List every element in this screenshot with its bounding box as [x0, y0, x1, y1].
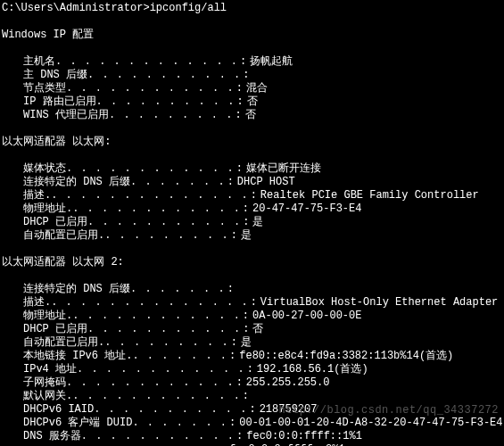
dots: . . . . . . . . . . [96, 95, 235, 109]
config-row: DHCPv6 客户端 DUID . . . . . . . :00-01-00-… [2, 417, 504, 430]
config-row: 本地链接 IPv6 地址. . . . . . . . :fe80::e8c4:… [2, 350, 504, 363]
config-row: DNS 服务器 . . . . . . . . . . . :fec0:0:0:… [2, 430, 504, 443]
field-label: 节点类型 [23, 82, 66, 95]
field-label: 物理地址. [23, 310, 72, 323]
config-row: 主 DNS 后缀. . . . . . . . . . . : [2, 69, 504, 82]
field-value: 00-01-00-01-20-4D-A8-32-20-47-47-75-F3-E… [239, 417, 502, 430]
field-value: 是 [241, 336, 252, 350]
dots: . . . . . . . . . . . . [66, 376, 235, 390]
field-label: 描述. [23, 189, 51, 202]
dots: . . . . . . . . . [109, 109, 233, 122]
config-row: DHCP 已启用 . . . . . . . . . . . :否 [2, 323, 504, 336]
config-row: 连接特定的 DNS 后缀 . . . . . . . :DHCP HOST [2, 176, 504, 189]
field-label: 主机名 [23, 55, 55, 69]
dots: . . . . . . . . . . . . [72, 390, 241, 403]
field-value: fec0:0:0:ffff::1%1 [246, 430, 362, 443]
dots: . . . . . . . . . . . [94, 403, 247, 417]
field-label: 媒体状态 [23, 162, 66, 176]
field-label: 自动配置已启用. [23, 336, 104, 350]
field-value: VirtualBox Host-Only Ethernet Adapter [260, 296, 498, 310]
dots: . . . . . . . [132, 417, 227, 430]
field-value: 192.168.56.1(首选) [257, 363, 368, 376]
config-row: IPv4 地址 . . . . . . . . . . . . :192.168… [2, 363, 504, 376]
field-value: 媒体已断开连接 [246, 162, 321, 176]
field-label: DHCPv6 IAID [23, 403, 94, 417]
dots: . . . . . . . . . . . . [66, 82, 235, 95]
adapter2-title: 以太网适配器 以太网 2: [2, 256, 504, 269]
config-row: 主机名 . . . . . . . . . . . . . :扬帆起航 [2, 55, 504, 69]
adapter1-title: 以太网适配器 以太网: [2, 136, 504, 149]
header-line: Windows IP 配置 [2, 29, 504, 42]
field-label: 描述. [23, 296, 51, 310]
dots: . . . . . . . [130, 176, 226, 189]
field-value: 否 [252, 323, 263, 336]
field-label: WINS 代理已启用 [23, 109, 109, 122]
dots: . . . . . . . . . . . [87, 216, 241, 229]
field-value: DHCP HOST [237, 176, 295, 189]
config-row: 物理地址. . . . . . . . . . . . . :20-47-47-… [2, 202, 504, 216]
config-row: 子网掩码 . . . . . . . . . . . . :255.255.25… [2, 376, 504, 390]
field-value: fe80::e8c4:fd9a:3382:113b%14(首选) [239, 350, 453, 363]
field-value: 是 [241, 229, 252, 243]
field-label: 本地链接 IPv6 地址. [23, 350, 132, 363]
config-row: 描述. . . . . . . . . . . . . . . :Virtual… [2, 296, 504, 310]
config-row: 连接特定的 DNS 后缀 . . . . . . . : [2, 283, 504, 296]
field-label: IPv4 地址 [23, 363, 77, 376]
dots: . . . . . . . [132, 350, 227, 363]
field-label: 默认网关. [23, 390, 72, 403]
terminal-output: C:\Users\Administrator>ipconfig/all Wind… [0, 0, 504, 446]
config-row: DHCP 已启用 . . . . . . . . . . . :是 [2, 216, 504, 229]
config-row: 节点类型 . . . . . . . . . . . . :混合 [2, 82, 504, 95]
config-row: IP 路由已启用 . . . . . . . . . . :否 [2, 95, 504, 109]
field-label: DHCPv6 客户端 DUID [23, 417, 132, 430]
dots: . . . . . . . . . . . . . [55, 55, 238, 69]
field-value: 否 [247, 95, 258, 109]
field-value: 是 [252, 216, 263, 229]
field-value: 20-47-47-75-F3-E4 [252, 202, 361, 216]
field-label: 连接特定的 DNS 后缀 [23, 283, 130, 296]
field-value: Realtek PCIe GBE Family Controller [260, 189, 479, 202]
field-label: 物理地址. [23, 202, 72, 216]
field-label: IP 路由已启用 [23, 95, 96, 109]
config-row: 自动配置已启用. . . . . . . . . . :是 [2, 336, 504, 350]
dots: . . . . . . . . . . . . . . [51, 189, 248, 202]
watermark: http://blog.csdn.net/qq_34337272 [279, 404, 499, 417]
config-row: 默认网关. . . . . . . . . . . . . : [2, 390, 504, 403]
field-label: 自动配置已启用. [23, 229, 104, 243]
field-value: 混合 [246, 82, 268, 95]
dots: . . . . . . . . . . . . . . [51, 296, 248, 310]
field-label: DHCP 已启用 [23, 216, 87, 229]
dots: . . . . . . . [130, 283, 226, 296]
field-label: 子网掩码 [23, 376, 66, 390]
field-value: 否 [245, 109, 256, 122]
dots: . . . . . . . . . . . . [72, 202, 241, 216]
config-row: 自动配置已启用. . . . . . . . . . :是 [2, 229, 504, 243]
field-label: DHCP 已启用 [23, 323, 87, 336]
dots: . . . . . . . . . . . [81, 430, 235, 443]
config-row: WINS 代理已启用 . . . . . . . . . :否 [2, 109, 504, 122]
config-row: 物理地址. . . . . . . . . . . . . :0A-00-27-… [2, 310, 504, 323]
dots: . . . . . . . . . . . [87, 69, 241, 82]
dots: . . . . . . . . . . . [87, 323, 241, 336]
dots: . . . . . . . . . [104, 229, 228, 243]
field-label: 主 DNS 后缀 [23, 69, 87, 82]
config-row: 媒体状态 . . . . . . . . . . . . :媒体已断开连接 [2, 162, 504, 176]
field-value: 255.255.255.0 [246, 376, 330, 390]
dots: . . . . . . . . . . . . [66, 162, 235, 176]
field-value: 0A-00-27-00-00-0E [252, 310, 361, 323]
dots: . . . . . . . . . [104, 336, 228, 350]
config-row: 描述. . . . . . . . . . . . . . . :Realtek… [2, 189, 504, 202]
command-line: C:\Users\Administrator>ipconfig/all [2, 2, 504, 15]
dots: . . . . . . . . . . . . [77, 363, 245, 376]
dots: . . . . . . . . . . . . [72, 310, 241, 323]
field-label: 连接特定的 DNS 后缀 [23, 176, 130, 189]
field-value: 扬帆起航 [250, 55, 293, 69]
field-label: DNS 服务器 [23, 430, 81, 443]
